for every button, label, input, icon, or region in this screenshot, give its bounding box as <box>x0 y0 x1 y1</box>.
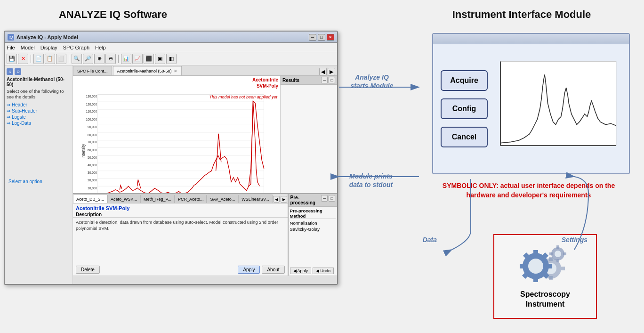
tab-acetonitrile-label: Acetonitrile-Methanol (50-50) <box>117 69 172 73</box>
model-tab-pcraceto[interactable]: PCR_Aceto... <box>175 195 207 203</box>
svg-text:20,000: 20,000 <box>88 179 97 182</box>
title-bar: IQ Analyze IQ - Apply Model ─ □ ✕ <box>5 32 337 43</box>
arrow-icon-header: ⇒ <box>7 102 10 107</box>
toolbar-btn-3[interactable]: ⬜ <box>56 54 66 64</box>
toolbar-btn-chart4[interactable]: ▣ <box>155 54 165 64</box>
pp-method-savitzky: Savitzky-Golay <box>290 226 336 232</box>
window-controls: ─ □ ✕ <box>309 34 334 41</box>
tab-close-icon[interactable]: ✕ <box>174 69 177 73</box>
pp-minimize[interactable]: ─ <box>321 195 328 202</box>
model-tab-aceto[interactable]: Aceto_DB_S... <box>73 195 107 203</box>
svg-rect-57 <box>520 264 524 268</box>
arrow-module-prints-label: Module printsdata to stdout <box>343 172 399 189</box>
select-option-link[interactable]: Select an option <box>8 179 42 184</box>
symbolic-note: SYMBOLIC ONLY: actual user interface dep… <box>432 181 625 200</box>
model-bottom-bar: Delete Apply About <box>73 264 288 276</box>
pp-apply-button[interactable]: ◀ Apply <box>290 268 312 274</box>
chart-title-line2: SVM-Poly <box>257 83 278 89</box>
menu-help[interactable]: Help <box>95 45 106 50</box>
window-title: Analyze IQ - Apply Model <box>16 34 309 40</box>
toolbar-btn-close[interactable]: ✕ <box>18 54 28 64</box>
svg-point-54 <box>528 259 543 274</box>
model-tab-right[interactable]: ▶ <box>281 196 287 203</box>
toolbar-btn-chart1[interactable]: 📊 <box>121 54 131 64</box>
model-tab-left[interactable]: ◀ <box>273 196 280 203</box>
pp-content: Pre-processing Method Normalisation Savi… <box>289 207 337 266</box>
status-bar <box>73 276 337 284</box>
sidebar-item-header[interactable]: ⇒ Header <box>7 102 71 107</box>
sidebar-item-logdata-label: Log-Data <box>12 121 31 126</box>
pp-method-label: Pre-processing Method <box>290 208 336 219</box>
results-expand[interactable]: □ <box>329 77 335 83</box>
close-button[interactable]: ✕ <box>327 34 334 41</box>
sidebar-settings-icon: ⚙ <box>15 68 21 75</box>
acquire-button[interactable]: Acquire <box>441 70 488 91</box>
toolbar-btn-zoom2[interactable]: 🔎 <box>83 54 93 64</box>
model-tab-savaceto[interactable]: SAV_Aceto... <box>207 195 238 203</box>
tab-row-top: SPC File Cont... Acetonitrile-Methanol (… <box>73 65 337 76</box>
tab-acetonitrile[interactable]: Acetonitrile-Methanol (50-50) ✕ <box>113 66 182 75</box>
toolbar-btn-save[interactable]: 💾 <box>7 54 17 64</box>
toolbar-btn-zoom4[interactable]: ⊖ <box>105 54 116 64</box>
model-tab-wslinear[interactable]: WSLinearSV... <box>238 195 272 203</box>
arrow-icon-subheader: ⇒ <box>7 108 10 114</box>
menu-display[interactable]: Display <box>40 45 57 50</box>
tab-scroll-right[interactable]: ▶ <box>328 68 335 75</box>
svg-rect-56 <box>533 277 538 282</box>
svg-text:120,000: 120,000 <box>86 103 97 106</box>
model-tab-acetowsk[interactable]: Aceto_WSK... <box>107 195 140 203</box>
svg-rect-50 <box>549 276 553 280</box>
apply-button[interactable]: Apply <box>238 266 260 274</box>
toolbar-btn-2[interactable]: 📋 <box>45 54 55 64</box>
instrument-window-title <box>433 34 629 44</box>
model-tab-methreg[interactable]: Meth_Reg_P... <box>140 195 175 203</box>
app-window: IQ Analyze IQ - Apply Model ─ □ ✕ File M… <box>4 31 338 285</box>
content-area: SPC File Cont... Acetonitrile-Methanol (… <box>73 65 337 284</box>
maximize-button[interactable]: □ <box>318 34 325 41</box>
model-desc-text: Acetonitrile detection, data drawn from … <box>73 218 288 233</box>
svg-text:90,000: 90,000 <box>88 125 97 129</box>
menu-spcgraph[interactable]: SPC Graph <box>63 45 89 50</box>
toolbar-btn-chart5[interactable]: ◧ <box>166 54 177 64</box>
pp-header: Pre-processing ─ □ <box>289 194 337 207</box>
model-panel: Aceto_DB_S... Aceto_WSK... Meth_Reg_P...… <box>73 194 288 276</box>
minimize-button[interactable]: ─ <box>309 34 316 41</box>
svg-text:130,000: 130,000 <box>86 95 97 98</box>
svg-text:70,000: 70,000 <box>88 140 97 144</box>
chart-not-applied: This model has not been applied yet <box>209 95 277 100</box>
svg-text:Intensity: Intensity <box>81 144 86 159</box>
sidebar-item-header-label: Header <box>12 102 27 107</box>
svg-rect-44 <box>500 62 616 146</box>
svg-rect-68 <box>563 252 566 255</box>
about-button[interactable]: About <box>262 266 284 274</box>
toolbar-btn-zoom3[interactable]: ⊕ <box>94 54 105 64</box>
chart-panel: Acetonitrile SVM-Poly This model has not… <box>73 76 281 193</box>
results-panel: Results ─ □ <box>281 76 337 193</box>
tab-spc-file[interactable]: SPC File Cont... <box>73 66 112 75</box>
tab-scroll-left[interactable]: ◀ <box>319 68 327 75</box>
sidebar-item-logstc[interactable]: ⇒ Logstc <box>7 114 71 120</box>
sidebar-item-subheader[interactable]: ⇒ Sub-Header <box>7 108 71 114</box>
toolbar-btn-1[interactable]: 📄 <box>33 54 44 64</box>
cancel-button[interactable]: Cancel <box>441 127 488 147</box>
toolbar-btn-chart2[interactable]: 📈 <box>132 54 143 64</box>
arrow-icon-logdata: ⇒ <box>7 121 10 126</box>
toolbar-btn-chart3[interactable]: ⬛ <box>144 54 154 64</box>
data-label: Data <box>423 236 437 244</box>
svg-text:50,000: 50,000 <box>88 156 97 159</box>
sidebar-item-logdata[interactable]: ⇒ Log-Data <box>7 121 71 126</box>
toolbar-btn-zoom1[interactable]: 🔍 <box>72 54 82 64</box>
pp-expand[interactable]: □ <box>329 195 335 202</box>
arrow-icon-logstc: ⇒ <box>7 114 10 120</box>
config-button[interactable]: Config <box>441 98 488 119</box>
instrument-mini-chart <box>495 52 621 166</box>
results-minimize[interactable]: ─ <box>321 77 328 83</box>
menu-file[interactable]: File <box>7 45 15 50</box>
delete-button[interactable]: Delete <box>76 266 100 274</box>
spectroscopy-label: Spectroscopy Instrument <box>520 290 570 309</box>
model-name: Acetonitrile SVM-Poly <box>73 203 288 212</box>
toolbar-sep-3 <box>118 55 119 63</box>
menu-model[interactable]: Model <box>21 45 35 50</box>
pp-undo-button[interactable]: ◀ Undo <box>313 268 334 274</box>
svg-rect-66 <box>556 259 559 262</box>
